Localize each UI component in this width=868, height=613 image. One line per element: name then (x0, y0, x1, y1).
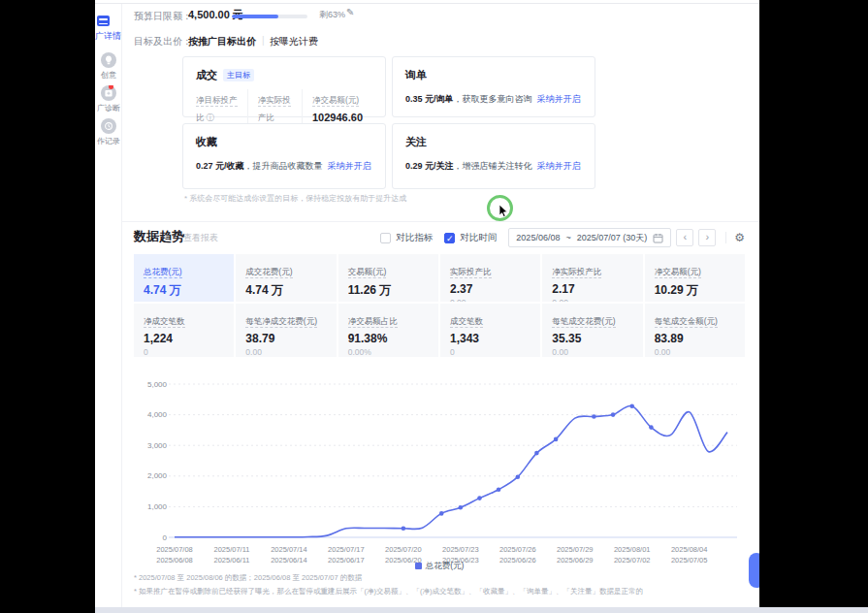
diagnose-icon (101, 85, 116, 101)
metric-value: 1,343 (450, 332, 530, 345)
metric-value: 83.89 (655, 332, 735, 345)
compare-time-label[interactable]: 对比时间 (460, 232, 497, 244)
budget-label: 预算日限额： (134, 10, 192, 23)
trend-title: 数据趋势 (134, 228, 184, 245)
metric-label: 每笔净成交花费(元) (245, 316, 317, 328)
metric-compare-value: 0.00 (655, 347, 735, 357)
svg-text:2025/07/26: 2025/07/26 (499, 545, 536, 554)
metric-label: 净交易额(元) (655, 267, 701, 278)
goal-card-desc: 0.29 元/关注，增强店铺关注转化采纳并开启 (405, 160, 582, 173)
trend-controls: 对比指标 对比时间 2025/06/08 ~ 2025/07/07 (30天) … (380, 228, 745, 247)
metric-compare-value: 0.00 (450, 298, 530, 302)
metric-card[interactable]: 实际投产比2.370.00 (440, 254, 540, 302)
legend-label: 总花费(元) (426, 561, 465, 570)
svg-text:2025/07/29: 2025/07/29 (557, 545, 594, 554)
svg-text:2025/07/14: 2025/07/14 (271, 545, 307, 554)
date-range-input[interactable]: 2025/06/08 ~ 2025/07/07 (30天) (508, 228, 671, 247)
svg-text:2025/07/11: 2025/07/11 (213, 545, 249, 554)
goal-cards: 成交主目标 净目标投产比ⓘ 2.45 ✎ 净实际投产比 2.17 净交易额(元)… (182, 56, 595, 189)
metric-compare-value: 0 (144, 347, 224, 357)
adopt-and-enable-link[interactable]: 采纳并开启 (537, 161, 581, 171)
metric-card[interactable]: 成交笔数1,3430 (440, 304, 540, 357)
metric-compare-value: 0.00 (245, 301, 326, 302)
metric-card[interactable]: 净成交笔数1,2240 (134, 304, 234, 357)
bottom-scrollbar[interactable] (95, 607, 868, 613)
goal-card-desc: 0.35 元/询单，获取更多意向咨询采纳并开启 (405, 93, 582, 106)
goal-desc-text: ，增强店铺关注转化 (454, 161, 532, 171)
metric-card[interactable]: 每笔成交金额(元)83.890.00 (645, 304, 745, 357)
goal-card-title: 询单 (405, 68, 427, 82)
metric-label: 总花费(元) (144, 267, 182, 278)
metric-label: 净交易额占比 (348, 316, 398, 328)
tab-bid-by-exposure[interactable]: 按曝光计费 (270, 35, 318, 48)
compare-metric-label[interactable]: 对比指标 (396, 232, 433, 244)
metric-card[interactable]: 成交花费(元)4.74 万0.00 (236, 254, 336, 302)
svg-text:4,000: 4,000 (147, 410, 168, 419)
prev-period-button[interactable]: ‹ (676, 229, 693, 246)
goal-card: 关注0.29 元/关注，增强店铺关注转化采纳并开启 (392, 123, 595, 189)
gear-icon[interactable]: ⚙ (734, 231, 745, 244)
mouse-cursor (498, 205, 509, 218)
metric-card[interactable]: 净实际投产比2.170.00 (542, 254, 642, 302)
campaign-detail-icon[interactable] (97, 16, 110, 26)
goal-price: 0.29 元/关注 (405, 161, 454, 171)
goal-card-desc: 0.27 元/收藏，提升商品收藏数量采纳并开启 (196, 160, 372, 173)
metric-label: 成交花费(元) (245, 267, 292, 278)
compare-time-checkbox[interactable] (444, 233, 455, 243)
controls-divider (725, 232, 726, 243)
goal-price: 0.35 元/询单 (405, 94, 454, 104)
bidding-label: 目标及出价： (134, 35, 192, 48)
metric-card[interactable]: 净交易额(元)10.29 万0.00 (645, 254, 745, 302)
metric-cards: 总花费(元)4.74 万0.00成交花费(元)4.74 万0.00交易额(元)1… (134, 254, 745, 357)
metric-value: 10.29 万 (655, 282, 735, 299)
svg-text:2025/07/23: 2025/07/23 (442, 545, 479, 554)
metric-card[interactable]: 交易额(元)11.26 万0.00 (338, 254, 438, 302)
tab-bid-by-goal[interactable]: 按推广目标出价 (188, 35, 256, 48)
adopt-and-enable-link[interactable]: 采纳并开启 (537, 94, 581, 104)
metric-card[interactable]: 总花费(元)4.74 万0.00 (134, 254, 234, 302)
goal-desc-text: ，提升商品收藏数量 (244, 161, 323, 171)
metric-value: 38.79 (245, 332, 326, 345)
metric-compare-value: 0.00 (552, 347, 632, 357)
svg-text:3,000: 3,000 (147, 441, 168, 450)
compare-metric-checkbox[interactable] (380, 233, 391, 243)
info-icon[interactable]: ⓘ (207, 113, 215, 122)
date-end: 2025/07/07 (30天) (577, 232, 648, 244)
sidebar-item-history[interactable]: 作记录 (95, 118, 122, 146)
goal-card: 收藏0.27 元/收藏，提升商品收藏数量采纳并开启 (182, 123, 386, 189)
svg-text:2025/07/08: 2025/07/08 (156, 545, 193, 554)
svg-text:0: 0 (163, 533, 168, 542)
metric-compare-value: 0.00 (245, 347, 326, 357)
sidebar-item-creative[interactable]: 创意 (95, 52, 122, 81)
side-float-button[interactable] (749, 553, 759, 588)
tab-divider: | (262, 35, 265, 46)
goal-card: 询单0.35 元/询单，获取更多意向咨询采纳并开启 (392, 56, 595, 117)
metric-compare-value: 0.00% (348, 347, 429, 357)
edit-icon[interactable]: ✎ (346, 7, 354, 17)
chart-footnote-2: * 如果推广在暂停或删除前已经获得了曝光，那么在暂停或重建后展示「(净)交易额」… (134, 587, 755, 597)
adopt-and-enable-link[interactable]: 采纳并开启 (328, 161, 371, 171)
svg-text:2025/08/01: 2025/08/01 (614, 545, 651, 554)
svg-text:2025/07/20: 2025/07/20 (385, 545, 422, 554)
next-period-button[interactable]: › (698, 229, 716, 246)
sidebar: 广详情 创意 广诊断 作记录 (95, 4, 122, 613)
sidebar-item-diagnose[interactable]: 广诊断 (95, 85, 122, 113)
budget-progress (232, 15, 307, 18)
metric-card[interactable]: 每笔净成交花费(元)38.790.00 (236, 304, 336, 357)
metric-value: 2.17 (552, 282, 632, 296)
metric-value: 1,224 (144, 332, 224, 345)
metric-value: 11.26 万 (348, 282, 429, 299)
chart-legend[interactable]: 总花费(元) (134, 561, 745, 572)
metric-compare-value: 0.00 (144, 301, 224, 302)
section-divider (122, 221, 759, 222)
sidebar-item-detail[interactable]: 广详情 (95, 30, 122, 43)
main-goal-badge: 主目标 (223, 69, 254, 81)
date-start: 2025/06/08 (516, 233, 560, 242)
metric-card[interactable]: 净交易额占比91.38%0.00% (338, 304, 438, 357)
metric-card[interactable]: 每笔成交花费(元)35.350.00 (542, 304, 642, 357)
svg-text:2025/07/17: 2025/07/17 (328, 545, 365, 554)
view-report-link[interactable]: 查看报表 (183, 232, 218, 244)
bulb-icon (101, 52, 116, 68)
metric-label: 实际投产比 (450, 267, 492, 278)
goal-card-main: 成交主目标 净目标投产比ⓘ 2.45 ✎ 净实际投产比 2.17 净交易额(元)… (182, 56, 386, 117)
